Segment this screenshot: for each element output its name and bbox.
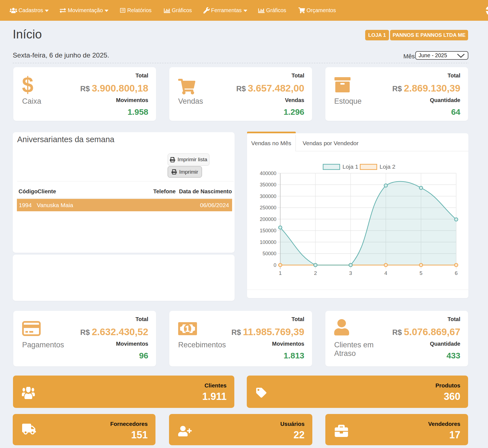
svg-text:400000: 400000: [260, 171, 276, 176]
svg-text:5: 5: [420, 270, 423, 276]
svg-text:250000: 250000: [260, 205, 276, 210]
svg-text:2: 2: [314, 270, 317, 276]
svg-text:350000: 350000: [260, 182, 276, 187]
svg-text:Loja 1: Loja 1: [342, 163, 358, 170]
svg-text:6: 6: [455, 270, 458, 276]
svg-text:200000: 200000: [260, 217, 276, 222]
svg-text:$: $: [22, 75, 33, 97]
svg-text:100000: 100000: [260, 239, 276, 245]
svg-text:Loja 2: Loja 2: [380, 163, 395, 170]
svg-text:50000: 50000: [263, 251, 276, 256]
svg-text:4: 4: [384, 270, 387, 276]
svg-text:3: 3: [349, 270, 352, 276]
svg-text:150000: 150000: [260, 228, 276, 233]
svg-text:1: 1: [279, 270, 282, 276]
svg-text:0: 0: [274, 262, 276, 268]
svg-text:300000: 300000: [260, 194, 276, 199]
